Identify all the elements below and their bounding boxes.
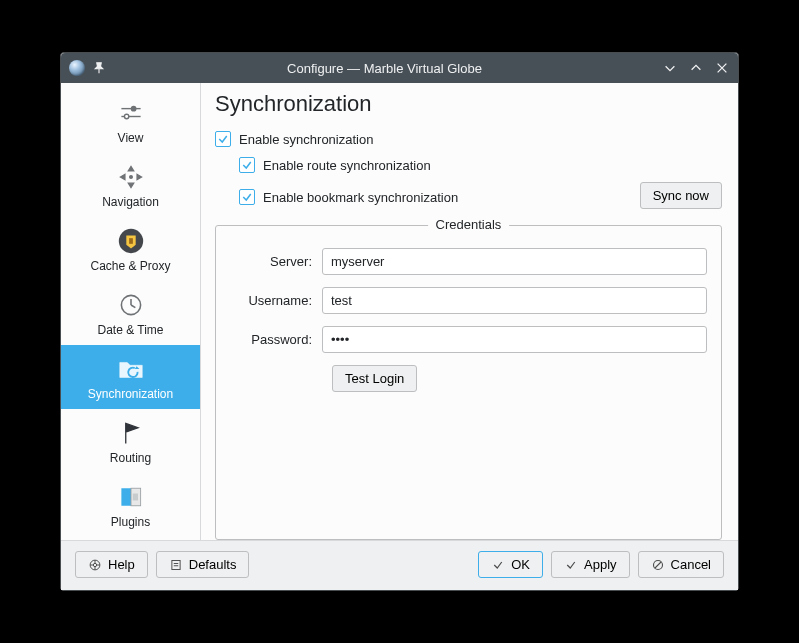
credentials-group: Credentials Server: Username: Password: …: [215, 225, 722, 540]
page-title: Synchronization: [215, 91, 722, 117]
test-login-button[interactable]: Test Login: [332, 365, 417, 392]
sidebar-item-plugins[interactable]: Plugins: [61, 473, 200, 537]
app-globe-icon: [69, 60, 85, 76]
main-panel: Synchronization Enable synchronization E…: [201, 83, 738, 540]
credentials-title: Credentials: [428, 217, 510, 232]
svg-line-23: [655, 562, 661, 568]
svg-line-9: [131, 305, 135, 308]
enable-bookmark-sync-checkbox[interactable]: [239, 189, 255, 205]
titlebar[interactable]: Configure — Marble Virtual Globe: [61, 53, 738, 83]
pin-icon[interactable]: [91, 60, 107, 76]
enable-route-sync-label: Enable route synchronization: [263, 158, 431, 173]
cancel-button[interactable]: Cancel: [638, 551, 724, 578]
cancel-icon: [651, 558, 665, 572]
svg-rect-12: [132, 494, 137, 501]
sidebar-item-view[interactable]: View: [61, 89, 200, 153]
sidebar: View Navigation: [61, 83, 201, 540]
view-sliders-icon: [115, 97, 147, 129]
ok-button[interactable]: OK: [478, 551, 543, 578]
help-icon: [88, 558, 102, 572]
sidebar-item-label: Cache & Proxy: [90, 259, 170, 273]
sidebar-item-cache-proxy[interactable]: Cache & Proxy: [61, 217, 200, 281]
enable-route-sync-row[interactable]: Enable route synchronization: [239, 157, 722, 173]
sidebar-item-navigation[interactable]: Navigation: [61, 153, 200, 217]
sidebar-item-label: Date & Time: [97, 323, 163, 337]
svg-point-3: [124, 114, 128, 118]
defaults-icon: [169, 558, 183, 572]
close-icon[interactable]: [714, 60, 730, 76]
routing-flag-icon: [115, 417, 147, 449]
username-input[interactable]: [322, 287, 707, 314]
sidebar-item-label: Synchronization: [88, 387, 173, 401]
svg-point-1: [131, 106, 135, 110]
server-input[interactable]: [322, 248, 707, 275]
plugins-icon: [115, 481, 147, 513]
dialog-footer: Help Defaults OK Apply: [61, 540, 738, 590]
help-button[interactable]: Help: [75, 551, 148, 578]
password-label: Password:: [230, 332, 322, 347]
sync-now-button[interactable]: Sync now: [640, 182, 722, 209]
svg-rect-6: [129, 238, 133, 244]
maximize-icon[interactable]: [688, 60, 704, 76]
clock-icon: [115, 289, 147, 321]
sidebar-item-synchronization[interactable]: Synchronization: [61, 345, 200, 409]
enable-sync-checkbox[interactable]: [215, 131, 231, 147]
apply-check-icon: [564, 558, 578, 572]
sidebar-item-routing[interactable]: Routing: [61, 409, 200, 473]
apply-button[interactable]: Apply: [551, 551, 630, 578]
server-label: Server:: [230, 254, 322, 269]
sidebar-item-date-time[interactable]: Date & Time: [61, 281, 200, 345]
sidebar-item-label: Plugins: [111, 515, 150, 529]
ok-check-icon: [491, 558, 505, 572]
enable-route-sync-checkbox[interactable]: [239, 157, 255, 173]
window-title: Configure — Marble Virtual Globe: [107, 61, 662, 76]
defaults-button[interactable]: Defaults: [156, 551, 250, 578]
sidebar-item-label: View: [118, 131, 144, 145]
minimize-icon[interactable]: [662, 60, 678, 76]
enable-sync-row[interactable]: Enable synchronization: [215, 131, 722, 147]
enable-sync-label: Enable synchronization: [239, 132, 373, 147]
sidebar-item-label: Routing: [110, 451, 151, 465]
configure-window: Configure — Marble Virtual Globe: [60, 52, 739, 591]
cache-proxy-shield-icon: [115, 225, 147, 257]
svg-rect-19: [172, 560, 180, 569]
password-input[interactable]: [322, 326, 707, 353]
svg-rect-10: [121, 488, 131, 506]
username-label: Username:: [230, 293, 322, 308]
enable-bookmark-sync-label: Enable bookmark synchronization: [263, 190, 458, 205]
svg-point-4: [129, 176, 132, 179]
sidebar-item-label: Navigation: [102, 195, 159, 209]
enable-bookmark-sync-row[interactable]: Enable bookmark synchronization: [239, 189, 458, 205]
navigation-arrows-icon: [115, 161, 147, 193]
sync-folder-icon: [115, 353, 147, 385]
svg-point-14: [93, 563, 96, 566]
